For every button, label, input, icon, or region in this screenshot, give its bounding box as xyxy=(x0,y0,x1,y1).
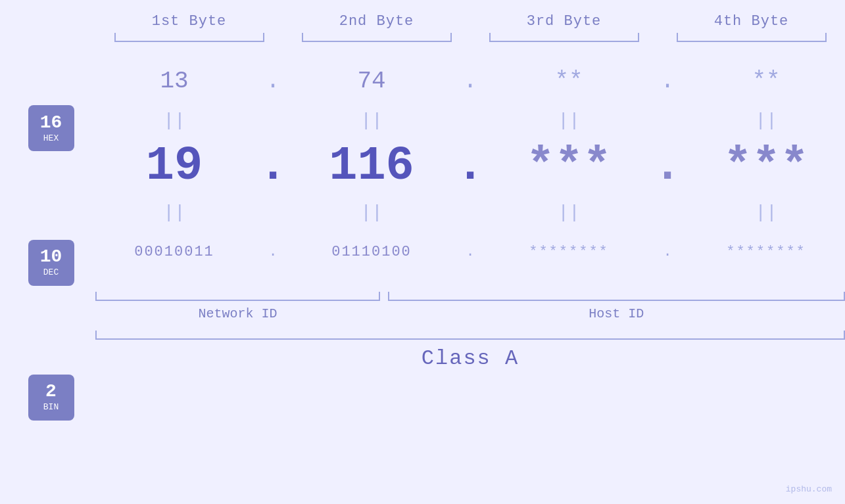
hex-badge-number: 16 xyxy=(40,114,62,132)
eq1-b2: || xyxy=(293,110,450,131)
hex-dot3: . xyxy=(648,68,687,95)
dec-b2: 116 xyxy=(293,139,450,193)
host-id-label: Host ID xyxy=(388,306,845,321)
bin-b1: 00010011 xyxy=(95,244,253,260)
dec-row: 19 . 116 . *** . *** xyxy=(95,133,845,199)
dec-b1: 19 xyxy=(95,139,253,193)
hex-badge-label: HEX xyxy=(43,133,59,143)
badges-column: 16 HEX 10 DEC 2 BIN xyxy=(0,55,95,504)
bin-badge-label: BIN xyxy=(43,402,59,412)
main-container: 1st Byte 2nd Byte 3rd Byte 4th Byte 16 H… xyxy=(0,0,845,504)
big-bottom-bracket-container xyxy=(95,327,845,340)
bracket-line-b2 xyxy=(302,41,452,42)
byte1-header: 1st Byte xyxy=(95,13,283,30)
bracket-b1 xyxy=(95,35,283,48)
class-row: Class A xyxy=(95,346,845,371)
hex-row: 13 . 74 . ** . ** xyxy=(95,55,845,107)
bin-b2: 01110100 xyxy=(293,244,450,260)
network-bracket-line xyxy=(95,300,380,301)
hex-b1: 13 xyxy=(95,68,253,95)
eq2-b4: || xyxy=(687,202,845,223)
bin-b4: ******** xyxy=(687,244,845,260)
dec-badge-label: DEC xyxy=(43,267,59,277)
bin-badge: 2 BIN xyxy=(28,375,74,421)
bin-dot3: . xyxy=(648,244,687,260)
big-bottom-bracket xyxy=(95,338,845,340)
bracket-b2 xyxy=(283,35,470,48)
byte2-header: 2nd Byte xyxy=(283,13,470,30)
equals-row-1: || || || || xyxy=(95,107,845,133)
bracket-line-b3 xyxy=(489,41,639,42)
bracket-line-b4 xyxy=(677,41,827,42)
bottom-brackets-area xyxy=(95,281,845,301)
bin-row: 00010011 . 01110100 . ******** . xyxy=(95,225,845,278)
id-labels: Network ID Host ID xyxy=(95,306,845,321)
hex-b4: ** xyxy=(687,68,845,95)
dec-dot2: . xyxy=(450,139,490,193)
eq1-b1: || xyxy=(95,110,253,131)
eq2-b1: || xyxy=(95,202,253,223)
bin-dot1: . xyxy=(253,244,293,260)
hex-badge: 16 HEX xyxy=(28,105,74,151)
class-label: Class A xyxy=(422,346,519,371)
eq2-b2: || xyxy=(293,202,450,223)
hex-b2: 74 xyxy=(293,68,450,95)
bin-badge-number: 2 xyxy=(45,382,57,401)
dec-b3: *** xyxy=(490,139,648,193)
main-grid: 13 . 74 . ** . ** xyxy=(95,55,845,504)
bracket-b3 xyxy=(470,35,658,48)
network-id-label: Network ID xyxy=(95,306,380,321)
dec-dot3: . xyxy=(648,139,687,193)
bracket-line-b1 xyxy=(114,41,264,42)
hex-b3: ** xyxy=(490,68,648,95)
eq1-b3: || xyxy=(490,110,648,131)
hex-dot1: . xyxy=(253,68,293,95)
content-area: 16 HEX 10 DEC 2 BIN 13 . xyxy=(0,55,845,504)
dec-dot1: . xyxy=(253,139,293,193)
bin-b3: ******** xyxy=(490,244,648,260)
hex-dot2: . xyxy=(450,68,490,95)
dec-badge-number: 10 xyxy=(40,248,62,266)
bracket-b4 xyxy=(658,35,845,48)
dec-badge: 10 DEC xyxy=(28,240,74,286)
equals-row-2: || || || || xyxy=(95,199,845,225)
attribution: ipshu.com xyxy=(786,484,832,494)
top-brackets xyxy=(0,35,845,48)
host-bracket-line xyxy=(388,300,845,301)
dec-b4: *** xyxy=(687,139,845,193)
eq1-b4: || xyxy=(687,110,845,131)
byte3-header: 3rd Byte xyxy=(470,13,658,30)
eq2-b3: || xyxy=(490,202,648,223)
byte4-header: 4th Byte xyxy=(658,13,845,30)
byte-headers: 1st Byte 2nd Byte 3rd Byte 4th Byte xyxy=(0,13,845,30)
bin-dot2: . xyxy=(450,244,490,260)
